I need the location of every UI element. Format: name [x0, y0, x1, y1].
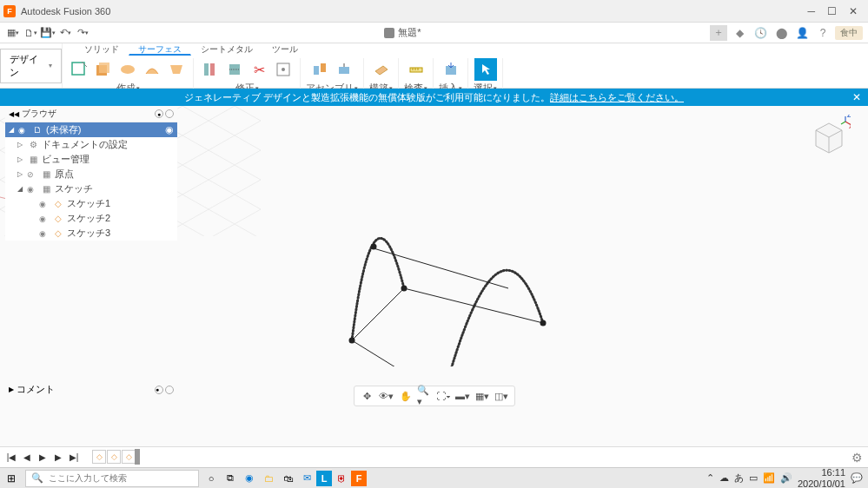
select-button[interactable] — [474, 58, 497, 81]
tray-volume[interactable]: 🔊 — [780, 472, 792, 484]
tray-notifications[interactable]: 💬 — [851, 472, 863, 484]
svg-text:z: z — [847, 115, 851, 119]
browser-sketch1[interactable]: ◉◇スケッチ1 — [5, 196, 177, 211]
orbit-button[interactable]: ✥ — [360, 388, 375, 404]
redo-button[interactable]: ↷▾ — [75, 25, 90, 41]
tab-tools[interactable]: ツール — [262, 42, 308, 56]
help-button[interactable]: ? — [814, 25, 832, 41]
workspace-switcher[interactable]: デザイン▾ — [0, 43, 63, 88]
store-icon[interactable]: 🛍 — [278, 470, 297, 487]
maximize-button[interactable]: ☐ — [827, 5, 837, 17]
viewports-button[interactable]: ◫▾ — [494, 388, 509, 404]
loft-button[interactable] — [165, 58, 188, 81]
browser-header[interactable]: ◀◀ ブラウザ ● — [5, 106, 177, 122]
grid-button[interactable]: ▦▾ — [474, 388, 490, 404]
scissors-icon[interactable]: ✂ — [248, 58, 270, 81]
insert-button[interactable] — [440, 58, 462, 81]
taskview-button[interactable]: ⧉ — [221, 470, 240, 487]
tab-solid[interactable]: ソリッド — [75, 42, 129, 56]
file-menu-button[interactable]: 🗋▾ — [23, 25, 38, 41]
svg-line-24 — [352, 288, 404, 340]
search-input[interactable] — [49, 473, 193, 483]
minimize-button[interactable]: ─ — [807, 5, 815, 17]
browser-title: ブラウザ — [22, 108, 155, 120]
trim-button[interactable] — [199, 58, 222, 81]
viewcube[interactable]: z x — [807, 115, 851, 158]
browser-origin[interactable]: ▷⊘▦原点 — [5, 167, 177, 181]
mail-icon[interactable]: ✉ — [297, 470, 316, 487]
browser-settings[interactable]: ▷⚙ドキュメントの設定 — [5, 137, 177, 152]
svg-point-3 — [121, 65, 135, 74]
status-badge[interactable]: 食中 — [835, 26, 863, 40]
browser-views[interactable]: ▷▦ビュー管理 — [5, 152, 177, 167]
timeline-marker[interactable] — [135, 449, 140, 465]
timeline-settings[interactable]: ⚙ — [851, 451, 863, 465]
save-button[interactable]: 💾▾ — [40, 25, 56, 41]
tray-clock[interactable]: 16:11 2020/10/01 — [798, 467, 845, 488]
explorer-icon[interactable]: 🗀 — [259, 470, 278, 487]
comments-options[interactable]: ● — [155, 386, 163, 394]
timeline-end[interactable]: ▶| — [68, 452, 80, 464]
fit-button[interactable]: ⛶▾ — [436, 388, 452, 404]
browser-sketch2[interactable]: ◉◇スケッチ2 — [5, 211, 177, 226]
look-button[interactable]: 👁▾ — [379, 388, 394, 404]
svg-line-31 — [841, 122, 845, 124]
timeline-feature-3[interactable]: ◇ — [122, 450, 136, 464]
tray-onedrive[interactable]: ☁ — [719, 472, 729, 484]
browser-sketch3[interactable]: ◉◇スケッチ3 — [5, 226, 177, 241]
tab-surface[interactable]: サーフェス — [129, 42, 191, 56]
close-button[interactable]: ✕ — [849, 5, 858, 17]
tray-wifi[interactable]: 📶 — [763, 472, 775, 484]
svg-line-22 — [404, 288, 543, 323]
app-icon-l[interactable]: L — [316, 471, 332, 486]
measure-button[interactable] — [405, 58, 427, 81]
tab-sheetmetal[interactable]: シートメタル — [191, 42, 262, 56]
zoom-button[interactable]: 🔍▾ — [417, 388, 433, 404]
browser-root[interactable]: ◢◉🗋(未保存)◉ — [5, 122, 177, 137]
plane-button[interactable] — [370, 58, 393, 81]
taskbar-search[interactable]: 🔍 — [25, 470, 199, 487]
new-tab-button[interactable]: ＋ — [710, 25, 727, 41]
pan-button[interactable]: ✋ — [398, 388, 414, 404]
joint-button[interactable] — [308, 58, 331, 81]
mcafee-icon[interactable]: ⛨ — [332, 470, 351, 487]
timeline-start[interactable]: |◀ — [5, 452, 17, 464]
display-button[interactable]: ▬▾ — [455, 388, 471, 404]
revolve-button[interactable] — [116, 58, 139, 81]
viewport-3d[interactable]: ◀◀ ブラウザ ● ◢◉🗋(未保存)◉ ▷⚙ドキュメントの設定 ▷▦ビュー管理 … — [0, 106, 868, 450]
notification-close[interactable]: ✕ — [852, 91, 861, 103]
cortana-button[interactable]: ○ — [202, 470, 221, 487]
start-button[interactable]: ⊞ — [0, 468, 23, 489]
notifications-button[interactable]: 🕓 — [752, 25, 769, 41]
fusion-taskbar-icon[interactable]: F — [351, 471, 367, 486]
browser-collapse[interactable] — [165, 109, 174, 118]
edge-icon[interactable]: ◉ — [240, 470, 259, 487]
tray-expand[interactable]: ⌃ — [706, 472, 714, 484]
svg-point-26 — [401, 286, 407, 292]
titlebar: F Autodesk Fusion 360 ─ ☐ ✕ — [0, 0, 868, 23]
timeline-feature-1[interactable]: ◇ — [92, 450, 106, 464]
align-button[interactable] — [272, 58, 295, 81]
job-status-button[interactable]: ⬤ — [772, 25, 790, 41]
asbuilt-button[interactable] — [333, 58, 355, 81]
timeline-play[interactable]: ▶ — [36, 452, 49, 464]
browser-sketches[interactable]: ◢◉▦スケッチ — [5, 181, 177, 196]
account-button[interactable]: 👤 — [793, 25, 811, 41]
comments-panel[interactable]: ▶ コメント ● — [5, 381, 177, 398]
timeline-feature-2[interactable]: ◇ — [107, 450, 121, 464]
browser-options[interactable]: ● — [155, 109, 163, 118]
stitch-button[interactable] — [223, 58, 246, 81]
extensions-button[interactable]: ◆ — [731, 25, 748, 41]
data-panel-button[interactable]: ▦▾ — [5, 25, 21, 41]
sketch-button[interactable] — [68, 58, 90, 81]
timeline-prev[interactable]: ◀ — [21, 452, 33, 464]
timeline: |◀ ◀ ▶ ▶ ▶| ◇ ◇ ◇ ⚙ — [0, 446, 868, 467]
tray-battery[interactable]: ▭ — [749, 472, 758, 484]
app-title: Autodesk Fusion 360 — [21, 6, 110, 16]
tray-ime[interactable]: あ — [734, 472, 744, 485]
undo-button[interactable]: ↶▾ — [57, 25, 73, 41]
sweep-button[interactable] — [141, 58, 163, 81]
extrude-button[interactable] — [92, 58, 115, 81]
timeline-next[interactable]: ▶ — [52, 452, 64, 464]
notification-link[interactable]: 詳細はこちらをご覧ください。 — [550, 91, 684, 104]
